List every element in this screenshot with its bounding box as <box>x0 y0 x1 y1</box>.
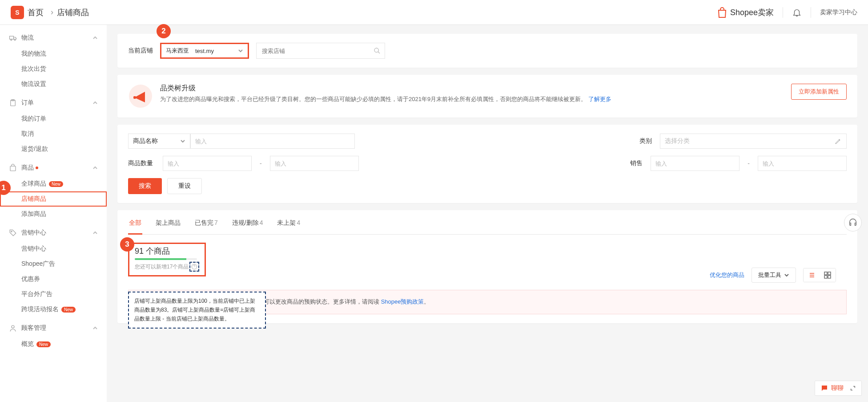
add-attributes-button[interactable]: 立即添加新属性 <box>791 84 847 100</box>
notice-title: 品类树升级 <box>160 84 784 93</box>
shop-name: test.my <box>195 48 214 54</box>
shop-selector-card: 2 当前店铺 马来西亚 test.my <box>117 34 857 68</box>
chevron-up-icon <box>92 325 98 331</box>
nav-group-customers[interactable]: 顾客管理 <box>0 320 107 337</box>
sidebar-item-batch-ship[interactable]: 批次出货 <box>0 61 107 77</box>
nav-group-products[interactable]: 商品 <box>0 159 107 176</box>
svg-rect-14 <box>824 276 827 278</box>
quota-tooltip: 店铺可上架商品数量上限为100，当前店铺中已上架商品数量为83。店铺可上架商品数… <box>128 292 266 329</box>
category-label: 类别 <box>639 137 652 145</box>
sales-max-input[interactable] <box>758 156 847 171</box>
quota-progress <box>135 258 197 260</box>
sidebar-item-coupons[interactable]: 优惠券 <box>0 272 107 287</box>
category-upgrade-notice: 品类树升级 为了改进您的商品曝光和搜索，平台已经升级了类目树。您的一些商品可能缺… <box>117 75 857 118</box>
search-shop-wrapper <box>256 43 385 59</box>
notice-description: 为了改进您的商品曝光和搜索，平台已经升级了类目树。您的一些商品可能缺少必填的属性… <box>160 95 784 104</box>
shop-dropdown[interactable]: 马来西亚 test.my <box>160 43 249 59</box>
truck-icon <box>9 34 17 42</box>
category-select[interactable]: 选择分类 <box>660 134 847 149</box>
sales-min-input[interactable] <box>651 156 739 171</box>
tab-on-shelf[interactable]: 架上商品 <box>155 219 181 234</box>
optimize-products-link[interactable]: 优化您的商品 <box>710 271 744 279</box>
help-icon[interactable] <box>191 264 197 270</box>
nav-group-marketing[interactable]: 营销中心 <box>0 224 107 241</box>
svg-point-1 <box>11 39 12 41</box>
customer-service-button[interactable] <box>844 214 862 231</box>
sidebar-item-shop-products[interactable]: 店铺商品 <box>0 191 107 207</box>
sidebar-item-cancel[interactable]: 取消 <box>0 126 107 142</box>
sidebar-item-logistics-settings[interactable]: 物流设置 <box>0 77 107 92</box>
svg-rect-12 <box>824 272 827 275</box>
nav-group-orders[interactable]: 订单 <box>0 94 107 111</box>
svg-rect-15 <box>828 276 831 278</box>
svg-rect-0 <box>10 36 14 39</box>
chevron-down-icon <box>784 272 789 278</box>
grid-view-button[interactable] <box>820 268 836 282</box>
search-filters-card: 商品名称 类别 选择分类 商品数量 - 销售 <box>117 125 857 203</box>
search-shop-input[interactable] <box>256 43 385 59</box>
sidebar-item-event-signup[interactable]: 跨境活动报名 New <box>0 302 107 317</box>
shop-region: 马来西亚 <box>166 47 189 55</box>
list-icon <box>808 272 815 279</box>
sidebar-item-marketing-center[interactable]: 营销中心 <box>0 241 107 256</box>
range-separator: - <box>747 160 750 167</box>
sidebar: 物流 我的物流 批次出货 物流设置 订单 我的订单 取消 退货/退款 1 商品 <box>0 25 107 402</box>
red-dot-indicator <box>36 166 38 169</box>
new-badge: New <box>49 181 63 187</box>
callout-badge-3: 3 <box>120 237 134 252</box>
qty-label: 商品数量 <box>128 159 155 167</box>
user-icon <box>9 324 17 332</box>
tab-unlisted[interactable]: 未上架4 <box>276 219 301 234</box>
tab-violation[interactable]: 违规/删除4 <box>231 219 264 234</box>
batch-tools-button[interactable]: 批量工具 <box>751 268 796 283</box>
sidebar-item-add-product[interactable]: 添加商品 <box>0 207 107 222</box>
breadcrumb-home[interactable]: 首页 <box>28 7 44 18</box>
reset-button[interactable]: 重设 <box>167 178 202 194</box>
sidebar-item-my-orders[interactable]: 我的订单 <box>0 111 107 126</box>
chat-button[interactable]: 聊聊 <box>815 381 862 396</box>
sidebar-item-shopee-ads[interactable]: Shopee广告 <box>0 256 107 272</box>
nav-group-logistics[interactable]: 物流 <box>0 29 107 46</box>
search-button[interactable]: 搜索 <box>128 178 162 194</box>
sidebar-item-global-products[interactable]: 全球商品 New <box>0 176 107 191</box>
megaphone-icon <box>128 84 153 109</box>
product-name-input[interactable] <box>190 134 355 149</box>
sidebar-item-offsite-ads[interactable]: 平台外广告 <box>0 287 107 302</box>
brand-link[interactable]: Shopee卖家 <box>717 7 774 18</box>
headset-icon <box>848 218 858 227</box>
new-badge: New <box>36 341 51 347</box>
chevron-up-icon <box>92 165 98 171</box>
tab-sold-out[interactable]: 已售完7 <box>194 219 219 234</box>
search-icon <box>374 47 381 54</box>
brand-text: Shopee卖家 <box>730 7 774 18</box>
breadcrumb-current: 店铺商品 <box>57 7 89 18</box>
product-count-text: 91 个商品 <box>135 246 199 256</box>
tab-all[interactable]: 全部 <box>128 219 142 235</box>
bell-icon[interactable] <box>792 8 802 17</box>
learning-center-link[interactable]: 卖家学习中心 <box>820 8 857 16</box>
svg-rect-10 <box>133 96 136 99</box>
svg-point-7 <box>12 325 14 328</box>
preorder-policy-link[interactable]: Shopee预购政策 <box>381 298 424 305</box>
sidebar-item-my-logistics[interactable]: 我的物流 <box>0 46 107 61</box>
learn-more-link[interactable]: 了解更多 <box>588 96 611 102</box>
breadcrumb: 首页 › 店铺商品 <box>28 7 89 18</box>
product-tabs: 全部 架上商品 已售完7 违规/删除4 未上架4 <box>128 219 847 235</box>
shopee-logo[interactable]: S <box>11 6 24 19</box>
chevron-up-icon <box>92 230 98 236</box>
svg-point-2 <box>14 39 16 41</box>
clipboard-icon <box>9 99 17 107</box>
qty-min-input[interactable] <box>163 156 252 171</box>
list-view-button[interactable] <box>804 268 820 282</box>
svg-rect-5 <box>10 166 16 171</box>
sidebar-item-returns[interactable]: 退货/退款 <box>0 142 107 157</box>
divider <box>811 7 811 18</box>
remaining-quota-text: 您还可以新增 17 个商品 <box>135 262 199 272</box>
sales-label: 销售 <box>630 159 643 167</box>
sidebar-item-overview[interactable]: 概览 New <box>0 337 107 352</box>
callout-badge-2: 2 <box>157 24 171 38</box>
qty-max-input[interactable] <box>270 156 359 171</box>
chat-icon <box>820 384 828 392</box>
search-field-select[interactable]: 商品名称 <box>128 134 190 149</box>
current-shop-label: 当前店铺 <box>128 47 153 55</box>
